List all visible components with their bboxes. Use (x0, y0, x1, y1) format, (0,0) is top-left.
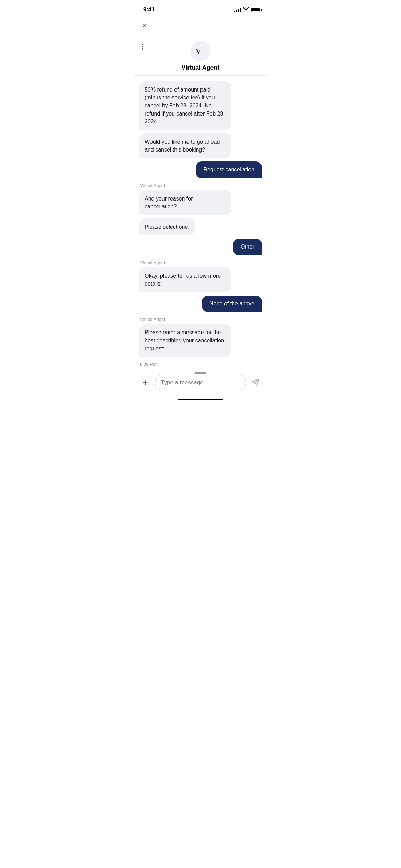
user-message: None of the above (202, 296, 262, 312)
battery-icon (251, 8, 260, 12)
status-bar: 9:41 (134, 0, 267, 17)
status-icons (234, 7, 260, 13)
add-attachment-button[interactable]: + (139, 376, 151, 389)
more-dot (142, 46, 143, 47)
agent-avatar: V (190, 41, 211, 61)
more-dot (142, 44, 143, 45)
drag-handle (195, 372, 206, 374)
bot-message: Please enter a message for the host desc… (139, 324, 231, 357)
svg-text:V: V (196, 47, 201, 56)
message-input[interactable] (155, 375, 246, 390)
chat-header: V Virtual Agent (134, 35, 267, 76)
home-bar (178, 399, 223, 400)
user-message: Request cancellation (196, 161, 262, 178)
status-time: 9:41 (143, 6, 155, 13)
message-input-wrapper (155, 375, 246, 390)
agent-label: Virtual Agent (139, 260, 165, 265)
nav-bar: × (134, 17, 267, 35)
more-dot (142, 48, 143, 50)
agent-label: Virtual Agent (139, 183, 165, 188)
close-button[interactable]: × (141, 21, 148, 31)
bot-message: Okay, please tell us a few more details: (139, 267, 231, 292)
agent-label: Virtual Agent (139, 317, 165, 322)
send-icon (252, 378, 260, 387)
input-area: + (134, 371, 267, 396)
bot-message: Please select one: (139, 218, 195, 235)
more-button[interactable] (141, 42, 145, 51)
bot-message: And your reason for cancellation? (139, 190, 231, 215)
signal-icon (234, 8, 241, 12)
send-button[interactable] (250, 376, 262, 389)
message-timestamp: 8:09 PM (139, 362, 156, 367)
user-message: Other (233, 239, 262, 255)
home-indicator (134, 396, 267, 405)
wifi-icon (243, 7, 249, 13)
chat-messages: 50% refund of amount paid (minus the ser… (134, 76, 267, 371)
agent-title: Virtual Agent (181, 64, 219, 71)
bot-message: Would you like me to go ahead and cancel… (139, 133, 231, 158)
bot-message: 50% refund of amount paid (minus the ser… (139, 81, 231, 130)
